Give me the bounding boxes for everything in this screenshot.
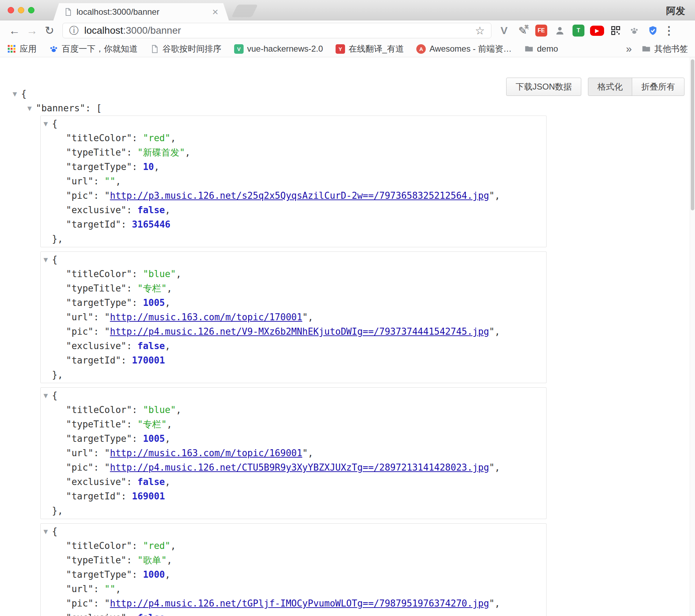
- json-line: "pic": "http://p3.music.126.net/s25q2x5Q…: [41, 189, 546, 203]
- json-object-0: ▼{"titleColor": "red","typeTitle": "新碟首发…: [40, 116, 547, 247]
- json-line: "titleColor": "red",: [41, 131, 546, 145]
- json-line: ▼{: [41, 253, 546, 267]
- collapse-toggle-icon[interactable]: ▼: [44, 524, 52, 539]
- translate-pen-icon[interactable]: ✎英: [516, 24, 530, 38]
- bookmark-label: 在线翻译_有道: [349, 43, 404, 54]
- page-icon: [150, 45, 159, 53]
- window-zoom-button[interactable]: [28, 7, 34, 13]
- json-url-link[interactable]: http://music.163.com/m/topic/169001: [110, 448, 302, 458]
- browser-menu-icon[interactable]: ⋮: [663, 24, 675, 37]
- json-line: "titleColor": "blue",: [41, 403, 546, 417]
- json-line: "targetType": 1000,: [41, 568, 546, 582]
- json-line: "url": "",: [41, 582, 546, 596]
- json-line: ▼{: [41, 117, 546, 131]
- extensions-area: V✎英FET▶: [497, 24, 660, 38]
- youdao-badge-icon: Y: [336, 44, 345, 54]
- url-host: localhost: [84, 25, 123, 36]
- folder-icon: [524, 44, 534, 53]
- page-info-icon[interactable]: ⓘ: [69, 24, 79, 37]
- bookmarks-overflow-chevron[interactable]: »: [626, 43, 632, 55]
- bookmark-item[interactable]: 其他书签: [642, 43, 688, 54]
- json-line: "pic": "http://p4.music.126.net/V9-MXz6b…: [41, 325, 546, 339]
- people-org-icon[interactable]: [553, 24, 567, 38]
- json-object-2: ▼{"titleColor": "blue","typeTitle": "专栏"…: [40, 387, 547, 519]
- back-button[interactable]: ←: [6, 24, 23, 37]
- scrollbar-thumb[interactable]: [691, 59, 694, 210]
- bookmark-label: 应用: [20, 43, 37, 54]
- window-minimize-button[interactable]: [18, 7, 24, 13]
- json-line: "titleColor": "blue",: [41, 267, 546, 281]
- shield-check-icon[interactable]: [646, 24, 660, 38]
- json-line: "titleColor": "red",: [41, 539, 546, 553]
- bookmark-label: 其他书签: [654, 43, 688, 54]
- address-bar[interactable]: ⓘ localhost :3000/banner ☆: [62, 23, 491, 38]
- reload-button[interactable]: ↻: [41, 24, 58, 37]
- v-letter-icon[interactable]: V: [497, 24, 511, 38]
- bookmark-label: Awesomes - 前端资…: [429, 43, 511, 54]
- json-tree: ▼{▼"banners": [▼{"titleColor": "red","ty…: [0, 87, 688, 616]
- json-url-link[interactable]: http://p4.music.126.net/CTU5B9R9y3XyYBZX…: [110, 462, 489, 473]
- json-line: "targetId": 170001: [41, 353, 546, 368]
- baidu-paw-icon: [49, 44, 58, 53]
- bookmark-item[interactable]: 谷歌按时间排序: [150, 43, 221, 54]
- traffic-lights: [8, 7, 34, 13]
- json-line: },: [41, 368, 546, 382]
- json-line: "targetType": 1005,: [41, 296, 546, 310]
- json-line: "url": "http://music.163.com/m/topic/170…: [41, 310, 546, 325]
- json-line: "typeTitle": "新碟首发",: [41, 145, 546, 160]
- window-titlebar: localhost:3000/banner × 阿发: [0, 0, 695, 20]
- json-line: "exclusive": false: [41, 611, 546, 616]
- tab-close-icon[interactable]: ×: [212, 7, 218, 17]
- url-path: :3000/banner: [123, 25, 181, 36]
- tab-title: localhost:3000/banner: [77, 7, 208, 17]
- collapse-toggle-icon[interactable]: ▼: [27, 101, 36, 116]
- other-bookmarks-folder-icon: [642, 44, 651, 53]
- paw-icon[interactable]: [627, 24, 641, 38]
- apps-grid-icon: [7, 44, 16, 53]
- json-line: "targetType": 10,: [41, 160, 546, 174]
- qr-code-icon[interactable]: [609, 24, 623, 38]
- bookmark-item[interactable]: 百度一下，你就知道: [49, 43, 138, 54]
- json-line: },: [41, 504, 546, 518]
- json-line: "targetId": 3165446: [41, 217, 546, 232]
- window-close-button[interactable]: [8, 7, 14, 13]
- collapse-toggle-icon[interactable]: ▼: [44, 117, 52, 131]
- bookmark-item[interactable]: 应用: [7, 43, 37, 54]
- collapse-toggle-icon[interactable]: ▼: [13, 87, 21, 101]
- bookmark-star-icon[interactable]: ☆: [475, 24, 485, 37]
- t-badge-icon[interactable]: T: [571, 24, 585, 38]
- bookmark-item[interactable]: AAwesomes - 前端资…: [416, 43, 511, 54]
- json-line: },: [41, 232, 546, 246]
- json-line: "typeTitle": "歌单",: [41, 553, 546, 568]
- json-url-link[interactable]: http://p3.music.126.net/s25q2x5QyqsAzilC…: [110, 190, 489, 201]
- fe-helper-icon[interactable]: FE: [534, 24, 548, 38]
- page-favicon-icon: [64, 8, 72, 16]
- bookmark-item[interactable]: Y在线翻译_有道: [336, 43, 404, 54]
- json-line: ▼"banners": [: [0, 101, 688, 116]
- video-play-icon[interactable]: ▶: [590, 24, 604, 38]
- bookmark-item[interactable]: Vvue-hackernews-2.0: [234, 44, 323, 54]
- json-line: "url": "",: [41, 174, 546, 189]
- browser-toolbar: ← → ↻ ⓘ localhost :3000/banner ☆ V✎英FET▶…: [0, 20, 695, 41]
- json-url-link[interactable]: http://p4.music.126.net/V9-MXz6b2MNhEKju…: [110, 326, 489, 337]
- json-line: "typeTitle": "专栏",: [41, 417, 546, 432]
- json-url-link[interactable]: http://music.163.com/m/topic/170001: [110, 312, 302, 322]
- scrollbar-track[interactable]: [690, 57, 695, 616]
- json-object-1: ▼{"titleColor": "blue","typeTitle": "专栏"…: [40, 251, 547, 383]
- collapse-toggle-icon[interactable]: ▼: [44, 388, 52, 403]
- profile-name[interactable]: 阿发: [666, 5, 685, 17]
- json-line: "pic": "http://p4.music.126.net/tGPljf-I…: [41, 596, 546, 611]
- forward-button[interactable]: →: [23, 24, 41, 37]
- other-bookmarks: 其他书签: [642, 43, 688, 54]
- collapse-toggle-icon[interactable]: ▼: [44, 253, 52, 267]
- json-url-link[interactable]: http://p4.music.126.net/tGPljf-IMOCyPvum…: [110, 598, 489, 609]
- json-line: ▼{: [0, 87, 688, 101]
- new-tab-button[interactable]: [231, 5, 258, 17]
- browser-tab[interactable]: localhost:3000/banner ×: [53, 3, 229, 20]
- json-line: "exclusive": false,: [41, 203, 546, 217]
- bookmark-item[interactable]: demo: [524, 44, 558, 54]
- json-line: "typeTitle": "专栏",: [41, 281, 546, 296]
- bookmark-label: 谷歌按时间排序: [163, 43, 221, 54]
- bookmark-label: vue-hackernews-2.0: [247, 44, 323, 54]
- json-object-3: ▼{"titleColor": "red","typeTitle": "歌单",…: [40, 523, 547, 616]
